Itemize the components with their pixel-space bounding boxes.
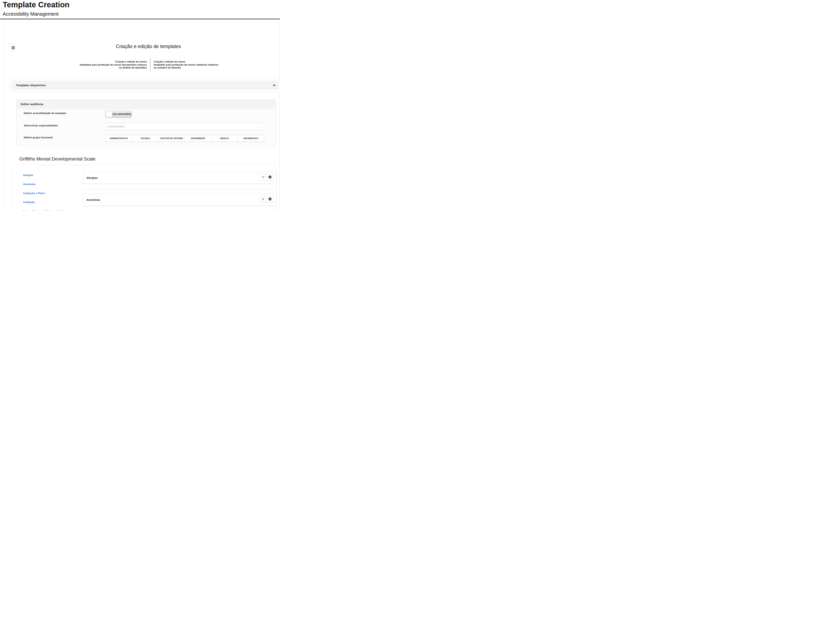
- group-button-medico[interactable]: MEDICO: [212, 135, 238, 142]
- template-card-title: Alergias: [86, 172, 98, 184]
- group-button-gestor-do-sistema[interactable]: GESTOR DO SISTEMA: [158, 135, 185, 142]
- description-right: Criação e edição de novos templates para…: [150, 58, 243, 71]
- description-line: ao sumário de doentes: [154, 66, 243, 69]
- template-card: Anestesia: [83, 194, 276, 206]
- templates-section: Alergias Anestesia Avaliação e Plano Ava…: [11, 164, 277, 211]
- template-link[interactable]: Queixa Principal e Motivo da Visita: [23, 210, 66, 211]
- section-title: Criação e edição de templates: [13, 44, 280, 49]
- description-line: Criação e edição de novos: [54, 60, 147, 63]
- add-button[interactable]: [267, 195, 273, 202]
- accordion-title: Templates disponíveis: [16, 84, 46, 87]
- template-link[interactable]: Avaliação: [23, 201, 35, 203]
- template-link[interactable]: Anestesia: [23, 183, 35, 186]
- accessibility-label: Definir acessibilidade do template:: [24, 112, 67, 115]
- group-button-tecnico[interactable]: TECNICO: [132, 135, 158, 142]
- description-line: templates para produção de novos documen…: [54, 63, 147, 66]
- accessibility-toggle[interactable]: NÃO DISPONÍVEL: [106, 110, 132, 118]
- plus-circle-icon: [268, 197, 272, 201]
- description-left: Criação e edição de novos templates para…: [54, 58, 150, 71]
- group-button-informatico[interactable]: INFORMATICO: [238, 135, 264, 142]
- templates-accordion: Templates disponíveis: [10, 79, 280, 92]
- chevron-up-icon: [273, 84, 276, 87]
- plus-circle-icon: [268, 175, 272, 179]
- group-button-enfermeiro[interactable]: ENFERMEIRO: [185, 135, 212, 142]
- toggle-label: NÃO DISPONÍVEL: [112, 111, 131, 118]
- functional-group-label: Definir grupo funcional:: [24, 136, 53, 139]
- audience-panel-title: Definir audiência: [16, 100, 276, 109]
- collapse-button[interactable]: [259, 195, 267, 202]
- page-subtitle: Accessibility Management: [3, 11, 58, 17]
- description-line: templates para produção de novos relatór…: [154, 63, 243, 66]
- chevron-down-icon: [262, 176, 265, 178]
- page-title: Template Creation: [3, 0, 69, 9]
- description-line: Criação e edição de novos: [154, 60, 243, 63]
- template-card-title: Anestesia: [86, 194, 100, 206]
- collapse-button[interactable]: [259, 173, 267, 180]
- content-container: Criação e edição de templates Criação e …: [3, 19, 279, 211]
- chevron-down-icon: [262, 198, 265, 200]
- specialties-input[interactable]: [106, 123, 264, 130]
- template-link[interactable]: Alergias: [23, 173, 33, 177]
- description-block: Criação e edição de novos templates para…: [54, 58, 243, 71]
- template-link[interactable]: Avaliação e Plano: [23, 192, 45, 195]
- audience-panel: Definir audiência Definir acessibilidade…: [16, 99, 276, 146]
- template-card: Alergias: [83, 172, 276, 184]
- description-line: no âmbito de episódios: [54, 66, 147, 69]
- add-button[interactable]: [267, 173, 273, 180]
- scale-title: Griffiths Mental Developmental Scale: [19, 156, 95, 162]
- specialties-label: Seleccionar especialidades:: [24, 124, 58, 127]
- card-actions: [259, 195, 273, 202]
- group-button-administrativo[interactable]: ADMINISTRATIVO: [106, 135, 132, 142]
- toggle-knob: [106, 111, 112, 117]
- card-actions: [259, 173, 273, 180]
- accordion-header[interactable]: Templates disponíveis: [12, 80, 279, 90]
- template-creation-page: Template Creation Accessibility Manageme…: [0, 0, 280, 211]
- functional-group-buttons: ADMINISTRATIVO TECNICO GESTOR DO SISTEMA…: [106, 135, 264, 142]
